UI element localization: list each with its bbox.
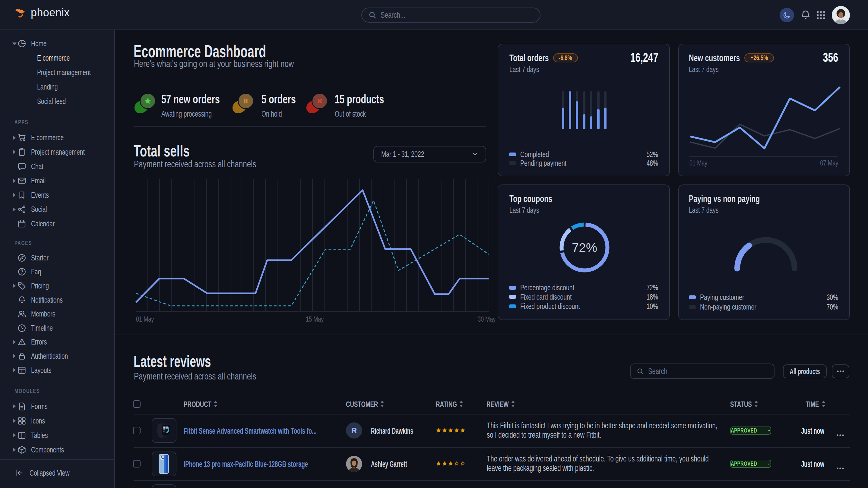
svg-text:72%: 72%	[572, 240, 597, 255]
